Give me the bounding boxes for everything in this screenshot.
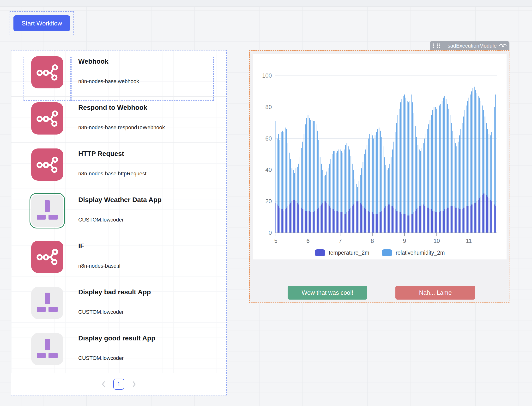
list-item-subtitle: CUSTOM.lowcoder [78,217,124,223]
svg-text:6: 6 [306,238,309,244]
svg-text:11: 11 [466,238,472,244]
page-number-button[interactable]: 1 [113,379,124,390]
legend-swatch [382,249,392,256]
list-item-title: Display Weather Data App [78,196,162,204]
list-item-title: Webhook [78,58,108,65]
cool-button[interactable]: Wow that was cool! [288,286,367,300]
svg-text:20: 20 [265,198,272,204]
svg-text:5: 5 [274,238,277,244]
lowcoder-app-icon-cell[interactable] [31,287,63,319]
pagination: 1 [11,376,226,392]
list-item[interactable]: Display good result App CUSTOM.lowcoder [11,327,226,373]
n8n-node-icon-cell[interactable] [31,241,63,273]
list-item-title: HTTP Request [78,150,124,158]
sad-execution-module: 020406080100567891011 temperature_2mrela… [249,50,510,303]
list-item[interactable]: Webhook n8n-nodes-base.webhook [11,51,226,97]
list-item-subtitle: CUSTOM.lowcoder [78,355,124,361]
svg-text:9: 9 [403,238,406,244]
svg-text:8: 8 [371,238,374,244]
lowcoder-app-icon-cell[interactable] [31,333,63,365]
lowcoder-app-icon-cell[interactable] [29,193,65,228]
start-workflow-button[interactable]: Start Workflow [14,15,70,31]
drag-handle-icon[interactable] [432,43,445,49]
list-item-subtitle: CUSTOM.lowcoder [78,309,124,315]
lowcoder-app-icon [31,333,63,365]
start-workflow-selection-outline: Start Workflow [10,11,74,35]
svg-text:10: 10 [433,238,440,244]
module-wings-icon [499,43,507,49]
n8n-node-icon [31,102,63,135]
n8n-node-icon-cell[interactable] [31,102,63,135]
lowcoder-app-icon [31,287,63,319]
top-band [0,0,532,7]
svg-text:80: 80 [265,104,272,110]
weather-chart-card: 020406080100567891011 temperature_2mrela… [253,54,507,260]
legend-item-temperature_2m[interactable]: temperature_2m [315,249,369,256]
list-item[interactable]: Respond to Webhook n8n-nodes-base.respon… [11,97,226,143]
chart-legend: temperature_2mrelativehumidity_2m [253,248,507,258]
n8n-node-icon [31,148,63,181]
svg-text:0: 0 [269,229,272,236]
list-item[interactable]: IF n8n-nodes-base.if [11,235,226,281]
weather-chart-svg: 020406080100567891011 [253,54,507,246]
next-page-icon[interactable] [132,381,137,388]
list-item[interactable]: Display Weather Data App CUSTOM.lowcoder [11,189,226,235]
node-list-rows: Webhook n8n-nodes-base.webhook [11,51,226,373]
svg-text:40: 40 [265,167,272,173]
list-item-title: Display good result App [78,334,155,342]
svg-text:60: 60 [265,135,272,142]
workflow-node-list[interactable]: Webhook n8n-nodes-base.webhook [11,50,227,395]
legend-label: relativehumidity_2m [396,250,445,256]
list-item-title: Respond to Webhook [78,104,147,111]
list-item[interactable]: HTTP Request n8n-nodes-base.httpRequest [11,143,226,189]
lowcoder-app-icon [31,195,63,227]
list-item-subtitle: n8n-nodes-base.respondToWebhook [78,124,165,131]
svg-text:7: 7 [339,238,342,244]
list-item-subtitle: n8n-nodes-base.httpRequest [78,171,146,177]
n8n-node-icon-cell[interactable] [31,56,63,88]
list-item-title: Display bad result App [78,288,151,296]
lame-button[interactable]: Nah... Lame [395,286,475,300]
list-item-subtitle: n8n-nodes-base.if [78,263,121,269]
n8n-node-icon [31,241,63,273]
editor-canvas: Start Workflow [0,0,532,406]
list-item-subtitle: n8n-nodes-base.webhook [78,78,139,85]
n8n-node-icon-cell[interactable] [31,148,63,181]
legend-item-relativehumidity_2m[interactable]: relativehumidity_2m [382,249,445,256]
legend-swatch [315,249,325,256]
legend-label: temperature_2m [329,250,369,256]
module-tag-label: sadExecutionModule [447,43,497,49]
module-tag[interactable]: sadExecutionModule [430,41,510,50]
list-item[interactable]: Display bad result App CUSTOM.lowcoder [11,281,226,327]
previous-page-icon[interactable] [101,381,106,388]
n8n-node-icon [31,56,63,88]
list-item-title: IF [78,242,84,250]
svg-text:100: 100 [262,72,272,79]
